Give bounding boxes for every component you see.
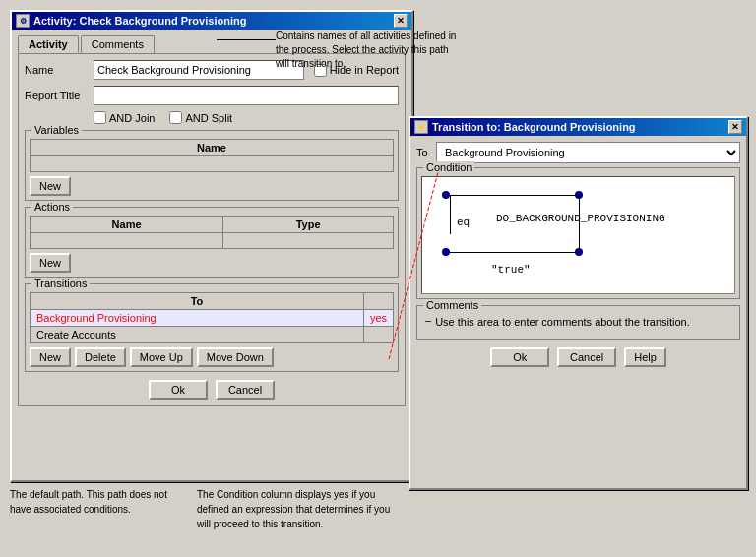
comments-dash: – <box>425 314 431 326</box>
table-row <box>31 156 394 172</box>
comments-text: Use this area to enter comments about th… <box>435 314 690 331</box>
transition-yes-cell-2 <box>363 327 393 343</box>
activity-ok-button[interactable]: Ok <box>149 380 208 400</box>
condition-line-top <box>450 195 576 196</box>
transition-window-icon: ⚡ <box>414 120 428 134</box>
transition-dialog-buttons: Ok Cancel Help <box>416 347 740 367</box>
condition-operator: eq <box>457 217 470 228</box>
transition-to-cell: Background Provisioning <box>31 310 364 327</box>
transitions-col-to: To <box>31 293 364 310</box>
transitions-movedown-button[interactable]: Move Down <box>197 347 274 367</box>
table-row[interactable]: Create Accounts <box>31 327 394 343</box>
transitions-group-label: Transitions <box>32 278 90 289</box>
transition-yes-cell: yes <box>363 310 393 327</box>
activity-window: ⚙ Activity: Check Background Provisionin… <box>10 10 413 482</box>
transition-ok-button[interactable]: Ok <box>490 347 549 367</box>
tab-comments[interactable]: Comments <box>81 35 155 53</box>
report-title-field-row: Report Title <box>25 86 399 105</box>
transitions-new-button[interactable]: New <box>30 347 71 367</box>
actions-group: Actions Name Type New <box>25 207 399 278</box>
condition-value: "true" <box>491 264 531 276</box>
callout-bottom-left: The default path. This path does not hav… <box>10 487 172 517</box>
activity-cancel-button[interactable]: Cancel <box>216 380 275 400</box>
transition-window-title: Transition to: Background Provisioning <box>432 121 636 133</box>
activity-body: Activity Comments Name Hide in Report Re… <box>12 30 411 412</box>
to-dropdown[interactable]: Background Provisioning <box>436 142 740 163</box>
transitions-moveup-button[interactable]: Move Up <box>130 347 193 367</box>
transition-help-button[interactable]: Help <box>624 347 666 367</box>
transition-body: To Background Provisioning Condition <box>410 136 746 373</box>
variables-group: Variables Name New <box>25 130 399 201</box>
transitions-table: To Background Provisioning yes Create Ac… <box>30 292 394 343</box>
variables-table: Name <box>30 139 394 172</box>
condition-vline-right <box>579 195 580 250</box>
comments-group-label: Comments <box>423 299 481 311</box>
to-label: To <box>416 147 436 158</box>
comments-group: Comments – Use this area to enter commen… <box>416 305 740 340</box>
callout-top: Contains names of all activities defined… <box>276 30 458 71</box>
transitions-delete-button[interactable]: Delete <box>75 347 126 367</box>
actions-table: Name Type <box>30 216 394 249</box>
name-input[interactable] <box>94 60 304 80</box>
condition-vline-left <box>450 195 451 234</box>
comments-content: – Use this area to enter comments about … <box>421 310 735 335</box>
activity-window-icon: ⚙ <box>16 14 30 28</box>
condition-variable: DO_BACKGROUND_PROVISIONING <box>496 213 665 224</box>
condition-line-bottom <box>450 252 576 253</box>
activity-titlebar: ⚙ Activity: Check Background Provisionin… <box>12 12 411 30</box>
actions-content: Name Type New <box>30 216 394 273</box>
table-row[interactable]: Background Provisioning yes <box>31 310 394 327</box>
transition-window: ⚡ Transition to: Background Provisioning… <box>409 116 748 490</box>
activity-dialog-buttons: Ok Cancel <box>25 380 399 400</box>
to-field-row: To Background Provisioning <box>416 142 740 163</box>
variables-col-name: Name <box>31 140 394 156</box>
and-split-label: AND Split <box>169 111 232 124</box>
actions-col-type: Type <box>223 217 394 233</box>
and-join-checkbox[interactable] <box>94 111 106 124</box>
actions-new-button[interactable]: New <box>30 253 71 273</box>
name-label: Name <box>25 64 94 76</box>
and-split-checkbox[interactable] <box>169 111 182 124</box>
transition-to-cell-2: Create Accounts <box>31 327 364 343</box>
transitions-col-condition <box>363 293 393 310</box>
transitions-group: Transitions To Background Provisioning <box>25 283 399 372</box>
actions-col-name: Name <box>31 217 223 233</box>
transitions-buttons: New Delete Move Up Move Down <box>30 347 394 367</box>
transition-titlebar: ⚡ Transition to: Background Provisioning… <box>410 118 746 136</box>
variables-new-button[interactable]: New <box>30 176 71 196</box>
transition-close-button[interactable]: ✕ <box>728 120 742 134</box>
condition-dot-top-left <box>442 191 450 199</box>
table-row <box>31 233 394 249</box>
transition-cancel-button[interactable]: Cancel <box>557 347 616 367</box>
comments-text-row: – Use this area to enter comments about … <box>425 314 731 331</box>
transitions-content: To Background Provisioning yes Create Ac… <box>30 292 394 367</box>
report-title-label: Report Title <box>25 90 94 101</box>
variables-group-label: Variables <box>32 124 82 136</box>
actions-group-label: Actions <box>32 201 73 213</box>
tab-content: Name Hide in Report Report Title AND Joi… <box>18 53 406 406</box>
checkbox-row: AND Join AND Split <box>94 111 399 124</box>
callout-arrow-line <box>217 39 276 40</box>
activity-close-button[interactable]: ✕ <box>394 14 408 28</box>
condition-group-label: Condition <box>423 161 474 173</box>
and-join-label: AND Join <box>94 111 155 124</box>
activity-window-title: Activity: Check Background Provisioning <box>33 15 246 27</box>
variables-content: Name New <box>30 139 394 196</box>
condition-dot-bottom-left <box>442 248 450 256</box>
condition-diagram: eq DO_BACKGROUND_PROVISIONING "true" <box>422 177 734 293</box>
condition-box: eq DO_BACKGROUND_PROVISIONING "true" <box>421 176 735 294</box>
condition-group: Condition eq DO_BACKGROUND_PROVISIONING <box>416 167 740 299</box>
callout-bottom-right: The Condition column displays yes if you… <box>197 487 394 531</box>
report-title-input[interactable] <box>94 86 399 105</box>
tab-activity[interactable]: Activity <box>18 35 79 53</box>
